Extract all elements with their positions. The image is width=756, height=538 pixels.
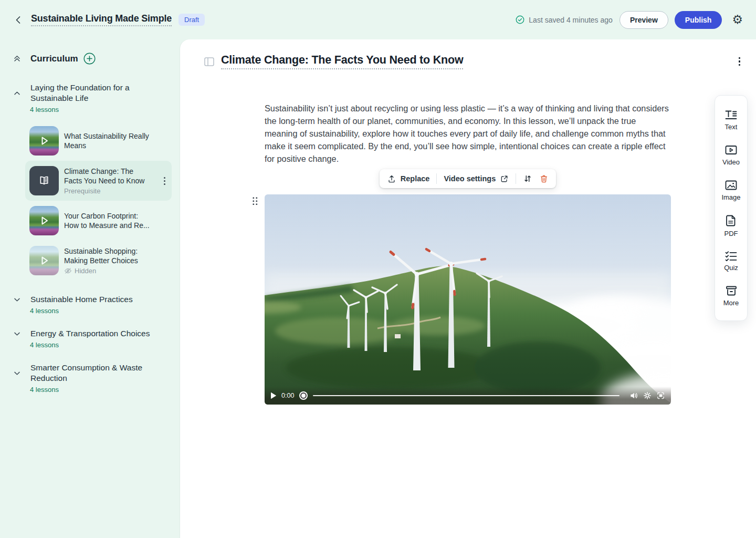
play-icon xyxy=(29,126,59,156)
insert-quiz-button[interactable]: Quiz xyxy=(715,243,747,278)
lesson-options-icon[interactable] xyxy=(737,55,743,68)
insert-video-button[interactable]: Video xyxy=(715,138,747,173)
section-lesson-count: 4 lessons xyxy=(30,106,180,113)
course-title[interactable]: Sustainable Living Made Simple xyxy=(31,13,172,26)
chevron-down-icon[interactable] xyxy=(13,295,22,304)
lesson-editor: Climate Change: The Facts You Need to Kn… xyxy=(180,39,756,538)
video-controls-bar: 0:00 xyxy=(265,387,671,405)
top-bar: Sustainable Living Made Simple Draft Las… xyxy=(0,0,756,39)
replace-label: Replace xyxy=(401,174,430,183)
lesson-meta: Prerequisite xyxy=(64,187,151,195)
lesson-row-hidden[interactable]: Sustainable Shopping: Making Better Choi… xyxy=(25,241,172,281)
video-toolbar: Replace Video settings xyxy=(380,169,556,188)
play-button-icon[interactable] xyxy=(270,392,277,399)
section-title: Laying the Foundation for a Sustainable … xyxy=(30,82,135,104)
status-badge: Draft xyxy=(178,14,205,26)
current-time: 0:00 xyxy=(281,392,294,399)
seek-handle[interactable] xyxy=(300,392,307,399)
insert-image-button[interactable]: Image xyxy=(715,173,747,208)
delete-button[interactable] xyxy=(539,174,549,183)
external-link-icon xyxy=(500,174,509,183)
trash-icon xyxy=(539,174,549,183)
settings-gear-icon[interactable]: ⚙ xyxy=(732,14,743,26)
video-settings-label: Video settings xyxy=(444,174,496,183)
replace-button[interactable]: Replace xyxy=(387,174,430,183)
play-icon xyxy=(29,206,59,235)
video-settings-button[interactable]: Video settings xyxy=(444,174,509,183)
curriculum-section: Sustainable Home Practices 4 lessons xyxy=(0,294,180,315)
add-section-icon[interactable] xyxy=(83,53,96,65)
save-status-text: Last saved 4 minutes ago xyxy=(529,16,613,24)
reading-lesson-icon xyxy=(29,166,59,195)
collapse-all-icon[interactable] xyxy=(13,54,22,63)
section-lesson-count: 4 lessons xyxy=(30,341,180,349)
video-thumbnail xyxy=(29,206,59,235)
section-lesson-count: 4 lessons xyxy=(30,307,180,315)
insert-item-label: More xyxy=(723,299,739,307)
seek-track[interactable] xyxy=(313,395,620,397)
curriculum-section: Energy & Transportation Choices 4 lesson… xyxy=(0,328,180,349)
section-header[interactable]: Energy & Transportation Choices xyxy=(0,328,180,339)
section-header[interactable]: Sustainable Home Practices xyxy=(0,294,180,305)
curriculum-heading: Curriculum xyxy=(30,54,78,64)
insert-more-button[interactable]: More xyxy=(715,278,747,314)
lesson-menu-icon[interactable] xyxy=(162,175,167,187)
toolbar-divider xyxy=(516,173,516,184)
video-thumbnail xyxy=(29,246,59,275)
lesson-meta-text: Hidden xyxy=(75,267,96,275)
pdf-icon xyxy=(726,214,737,227)
section-header[interactable]: Laying the Foundation for a Sustainable … xyxy=(0,82,180,104)
insert-item-label: Quiz xyxy=(724,264,738,272)
video-icon xyxy=(724,144,738,156)
lesson-title: Your Carbon Footprint: How to Measure an… xyxy=(64,211,151,230)
insert-text-button[interactable]: Text xyxy=(715,102,747,138)
toolbar-divider xyxy=(436,173,437,184)
curriculum-sidebar: Curriculum Laying the Foundation for a S… xyxy=(0,39,180,538)
more-icon xyxy=(725,285,738,296)
section-title: Smarter Consumption & Waste Reduction xyxy=(30,363,143,384)
video-player[interactable]: 0:00 xyxy=(265,194,671,405)
reorder-button[interactable] xyxy=(523,174,532,183)
fullscreen-icon[interactable] xyxy=(656,391,665,400)
lesson-title: Climate Change: The Facts You Need to Kn… xyxy=(64,167,151,185)
check-circle-icon xyxy=(516,15,524,24)
section-title: Energy & Transportation Choices xyxy=(30,328,150,339)
video-thumbnail xyxy=(29,126,59,156)
lesson-page-title[interactable]: Climate Change: The Facts You Need to Kn… xyxy=(221,54,463,69)
lesson-row-selected[interactable]: Climate Change: The Facts You Need to Kn… xyxy=(25,161,172,201)
play-icon xyxy=(29,246,59,275)
lesson-title: Sustainable Shopping: Making Better Choi… xyxy=(64,246,153,265)
eye-off-icon xyxy=(64,267,72,275)
save-status: Last saved 4 minutes ago xyxy=(516,15,613,24)
panel-toggle-icon[interactable] xyxy=(204,57,214,66)
chevron-down-icon[interactable] xyxy=(13,329,22,338)
insert-item-label: Text xyxy=(725,123,738,131)
text-icon xyxy=(724,110,738,120)
back-icon[interactable] xyxy=(13,15,24,25)
publish-button[interactable]: Publish xyxy=(675,11,722,29)
lesson-row[interactable]: Your Carbon Footprint: How to Measure an… xyxy=(25,201,172,241)
player-settings-icon[interactable] xyxy=(643,391,652,400)
upload-icon xyxy=(387,174,396,183)
section-title: Sustainable Home Practices xyxy=(30,294,133,305)
quiz-icon xyxy=(724,251,738,261)
volume-icon[interactable] xyxy=(629,391,638,400)
insert-item-label: Image xyxy=(721,193,740,201)
insert-pdf-button[interactable]: PDF xyxy=(715,208,747,243)
curriculum-section: Laying the Foundation for a Sustainable … xyxy=(0,82,180,281)
insert-item-label: Video xyxy=(722,158,740,166)
section-header[interactable]: Smarter Consumption & Waste Reduction xyxy=(0,363,180,384)
insert-item-label: PDF xyxy=(724,230,738,237)
chevron-up-icon[interactable] xyxy=(13,89,22,98)
image-icon xyxy=(724,180,738,191)
swap-vertical-icon xyxy=(523,174,532,183)
drag-handle-icon[interactable] xyxy=(251,195,259,207)
insert-element-panel: Text Video Image PDF Quiz More xyxy=(715,95,748,321)
lesson-title: What Sustainability Really Means xyxy=(64,131,167,150)
lesson-paragraph[interactable]: Sustainability isn’t just about recyclin… xyxy=(265,102,671,165)
curriculum-section: Smarter Consumption & Waste Reduction 4 … xyxy=(0,363,180,394)
preview-button[interactable]: Preview xyxy=(620,11,668,29)
video-frame-windfarm xyxy=(265,194,671,405)
chevron-down-icon[interactable] xyxy=(13,369,22,378)
lesson-row[interactable]: What Sustainability Really Means xyxy=(25,121,172,161)
